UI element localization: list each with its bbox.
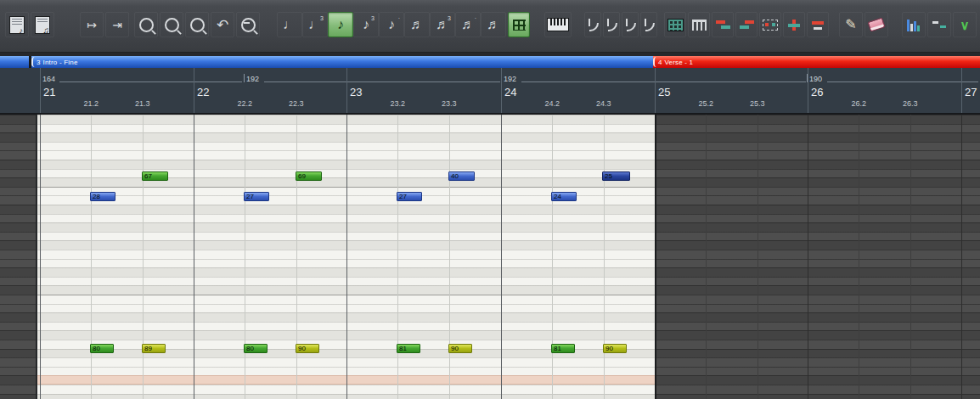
gate-time-button-4[interactable] (640, 12, 657, 37)
event-list-view-button[interactable] (5, 12, 29, 37)
overwrite-event-button[interactable] (807, 12, 829, 37)
midi-note[interactable]: 28 (90, 192, 115, 201)
dotted-eighth-note-icon: ♪ (388, 18, 395, 31)
midi-note[interactable]: 24 (551, 192, 577, 201)
bar-line (961, 115, 962, 399)
bar-tick (501, 68, 502, 113)
dashes-icon (932, 20, 946, 29)
note-tie-icon (587, 19, 600, 31)
note-eighth-triplet-button[interactable]: ♪3 (353, 12, 379, 37)
zoom-buttons: ↶ (134, 12, 260, 37)
select-range-button[interactable] (759, 12, 781, 37)
zoom-in-button[interactable] (134, 12, 158, 37)
midi-note[interactable]: 90 (296, 344, 319, 353)
bar-number: 24 (504, 86, 516, 98)
beat-label: 26.3 (903, 99, 918, 108)
cc-lines-button[interactable] (927, 12, 951, 37)
midi-note[interactable]: 90 (448, 344, 472, 353)
midi-editor-window: ↦⇥↶♩♩3♪♪3♪·♬♬3♬·♬✎∨ 3Intro - Fine4Verse … (0, 0, 980, 399)
midi-note[interactable]: 80 (90, 344, 114, 353)
gate-time-button-1[interactable] (584, 12, 601, 37)
toolbar: ↦⇥↶♩♩3♪♪3♪·♬♬3♬·♬✎∨ (0, 0, 980, 53)
bar-tick (808, 68, 808, 113)
timeline-ruler[interactable]: 1641921921902121.221.32222.222.32323.223… (0, 68, 980, 115)
grid-snap-button[interactable] (508, 12, 530, 37)
note-grid[interactable]: 67694025282727248089809081908190 (0, 115, 980, 399)
shift-left-button[interactable] (712, 12, 734, 37)
beat-label: 22.2 (238, 99, 253, 108)
gate-time-button-2[interactable] (603, 12, 620, 37)
midi-note[interactable]: 81 (551, 344, 575, 353)
jump-to-end-button[interactable]: ⇥ (105, 12, 129, 37)
curve-tool-button[interactable]: ∨ (953, 12, 977, 37)
note-eighth-button[interactable]: ♪ (328, 12, 353, 37)
bar-number: 23 (350, 86, 362, 98)
piano-roll-view-button[interactable] (31, 12, 54, 37)
midi-note[interactable]: 25 (602, 171, 630, 181)
bar-tick (961, 68, 962, 113)
midi-note[interactable]: 40 (448, 171, 475, 181)
beat-label: 25.2 (699, 99, 714, 108)
marker-bar[interactable]: 3Intro - Fine4Verse - 1 (0, 56, 980, 68)
note-velocity-label: 89 (143, 345, 165, 352)
beat-label: 23.3 (442, 99, 457, 108)
pencil-tool-button[interactable]: ✎ (839, 12, 863, 37)
region-previous[interactable] (0, 56, 29, 68)
note-dotted-sixteenth-button[interactable]: ♬· (455, 12, 481, 37)
magnifier-icon (139, 18, 154, 32)
position-buttons: ↦⇥ (80, 12, 129, 37)
note-velocity-label: 27 (397, 193, 421, 200)
view-buttons (5, 12, 54, 37)
shift-right-button[interactable] (735, 12, 758, 37)
midi-note[interactable]: 81 (397, 344, 420, 353)
zoom-reset-button[interactable] (236, 12, 260, 37)
bar-number: 26 (811, 86, 823, 98)
velocity-graph-button[interactable] (902, 12, 926, 37)
midi-note[interactable]: 80 (244, 344, 268, 353)
note-sixteenth-button[interactable]: ♬ (404, 12, 430, 37)
tempo-value: 192 (246, 75, 259, 83)
red-cross-icon (788, 20, 800, 31)
note-velocity-label: 80 (91, 345, 113, 352)
beat-label: 21.2 (84, 99, 99, 108)
undo-arrow-icon: ↶ (217, 18, 228, 32)
dotted-eighth-note-icon-modifier: · (398, 15, 400, 21)
note-velocity-label: 24 (552, 193, 576, 200)
note-quarter-triplet-button[interactable]: ♩3 (302, 12, 328, 37)
note-quarter-button[interactable]: ♩ (277, 12, 302, 37)
cell-grid-icon (667, 19, 684, 31)
note-thirtysecond-button[interactable]: ♬ (481, 12, 506, 37)
jump-to-start-button[interactable]: ↦ (80, 12, 104, 37)
region-verse[interactable]: 4Verse - 1 (653, 56, 980, 68)
eighth-note-triplet-icon: ♪ (363, 18, 369, 31)
step-grid-button[interactable] (664, 12, 686, 37)
insert-event-button[interactable] (783, 12, 805, 37)
zoom-out-button[interactable] (160, 12, 183, 37)
gate-time-button-3[interactable] (622, 12, 639, 37)
selection-bracket-icon (763, 20, 778, 31)
midi-note[interactable]: 69 (296, 171, 322, 181)
bar-tick (194, 68, 194, 113)
note-sixteenth-triplet-button[interactable]: ♬3 (430, 12, 455, 37)
midi-note[interactable]: 67 (142, 171, 168, 181)
edit-buttons (664, 12, 829, 37)
undo-button[interactable]: ↶ (211, 12, 234, 37)
midi-note[interactable]: 27 (244, 192, 269, 201)
midi-note[interactable]: 27 (397, 192, 422, 201)
zoom-fit-button[interactable] (185, 12, 209, 37)
document-notes-icon (9, 16, 25, 34)
arrow-to-bar-icon: ⇥ (112, 19, 122, 31)
midi-note[interactable]: 90 (603, 344, 627, 353)
display-buttons: ∨ (902, 12, 977, 37)
eraser-tool-button[interactable] (865, 12, 888, 37)
sixteenth-note-triplet-icon-modifier: 3 (448, 15, 451, 21)
velocity-comb-button[interactable] (688, 12, 710, 37)
beat-line (604, 115, 605, 399)
midi-note[interactable]: 89 (142, 344, 166, 353)
region-intro[interactable]: 3Intro - Fine (31, 56, 653, 68)
piano-group (544, 12, 572, 37)
magnifier-icon (165, 18, 179, 32)
note-dotted-eighth-button[interactable]: ♪· (379, 12, 404, 37)
piano-keys-button[interactable] (544, 12, 572, 37)
beat-line (552, 115, 553, 399)
